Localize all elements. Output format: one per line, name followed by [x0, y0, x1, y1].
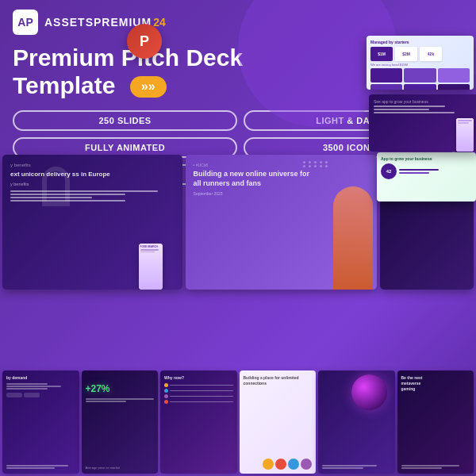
- ppt-icon: P: [127, 24, 162, 59]
- bottom-slide-6: Be the nextmetaversegaming: [397, 370, 474, 474]
- bs2-stat: +27%: [86, 383, 155, 394]
- tag1: [6, 393, 22, 397]
- d8: [314, 165, 317, 167]
- phone-in-slide: FOOD SEARCH: [139, 244, 163, 290]
- dot-red: [164, 400, 168, 404]
- unicorn-bars: [10, 190, 175, 202]
- bs1-bars-bottom: [6, 465, 75, 470]
- ibar4: [170, 401, 233, 403]
- stat-card-2: $2M: [395, 47, 417, 61]
- stat-row: 42: [381, 163, 472, 179]
- phone-mini: [456, 118, 474, 152]
- item1: [164, 383, 233, 387]
- ibar1: [170, 385, 233, 386]
- circle-red: [275, 459, 286, 470]
- slide-2-content: See app to grow your business: [369, 94, 476, 120]
- runner-title: Building a new online universe for all r…: [194, 170, 317, 188]
- line2: [374, 109, 429, 110]
- preview-slide-1: Managed by starters $1M $2M 42k We are r…: [367, 36, 474, 90]
- line3: [374, 112, 455, 113]
- bs3-title: Why now?: [164, 375, 233, 381]
- badge-arrows: »»: [141, 79, 155, 94]
- tag2: [24, 393, 40, 397]
- bb1: [6, 465, 68, 466]
- item2: [164, 389, 233, 393]
- arch-deco: [42, 167, 70, 206]
- stat-card-3: 42k: [420, 47, 442, 61]
- bs2-label: Average price on market: [86, 466, 121, 470]
- brand-logo: AP: [13, 10, 38, 35]
- phone-screen: FOOD SEARCH: [139, 244, 163, 290]
- bs1-tags: [6, 393, 75, 397]
- slide-3-content: App to grow your business 42: [377, 152, 476, 183]
- mini-stats: $1M $2M 42k: [370, 47, 470, 61]
- item4: [164, 400, 233, 404]
- circle-orange: [263, 459, 274, 470]
- bottom-slide-5: [318, 370, 395, 474]
- title-badge: »»: [130, 76, 167, 97]
- circle-blue: [288, 459, 299, 470]
- unicorn-eyebrow: y benefits: [10, 163, 175, 167]
- bs1-title: by demand: [6, 375, 75, 381]
- bs6-bars: [401, 465, 470, 470]
- badge-slides: 250 SLIDES: [13, 110, 237, 131]
- d7: [309, 165, 311, 167]
- bs1-bar1: [6, 383, 48, 385]
- bottom-slide-1: by demand: [2, 370, 79, 474]
- circle-purple: [301, 459, 312, 470]
- ppt-letter: P: [140, 33, 149, 50]
- item3: [164, 394, 233, 398]
- bar-container: [399, 169, 439, 174]
- d1: [303, 161, 305, 163]
- bottom-slide-2: +27% Average price on market: [82, 370, 159, 474]
- bb2: [322, 467, 363, 469]
- ibar3: [170, 396, 233, 397]
- bs4-title: Building a place for unlimited connectio…: [244, 375, 313, 386]
- d6: [303, 165, 305, 167]
- bs1-bar3: [6, 388, 48, 390]
- bs3-items: [164, 383, 233, 404]
- bb2: [6, 467, 55, 469]
- dot-blue: [164, 389, 168, 393]
- stat-27: +27%: [86, 383, 155, 394]
- sphere-container: [351, 374, 391, 414]
- bs2-bars: [86, 398, 155, 402]
- dot-orange: [164, 383, 168, 387]
- ibar2: [170, 390, 233, 392]
- preview-slide-2: See app to grow your business: [369, 94, 476, 152]
- title-line2: Template: [13, 72, 115, 98]
- main-container: AP ASSETSPREMIUM24 Premium Pitch Deck Te…: [0, 0, 476, 476]
- circle-stat: 42: [381, 163, 397, 179]
- bottom-row: by demand +27% Average price on market: [2, 370, 474, 474]
- bs5-text: [322, 465, 391, 470]
- d2: [309, 161, 311, 163]
- unicorn-subtitle: y benefits: [10, 182, 175, 187]
- line1: [374, 106, 445, 107]
- bb1: [322, 465, 377, 466]
- sphere: [351, 374, 387, 410]
- bb2: [401, 467, 443, 469]
- slide-content: Managed by starters $1M $2M 42k We are r…: [367, 36, 474, 90]
- bottom-slide-3: Why now?: [160, 370, 237, 474]
- bottom-slide-4: Building a place for unlimited connectio…: [240, 370, 317, 474]
- d3: [314, 161, 317, 163]
- bb1: [401, 465, 460, 466]
- bb1: [86, 398, 155, 400]
- unicorn-title: ext unicorn delivery ss in Europe: [10, 170, 175, 178]
- stat-card-1: $1M: [370, 47, 393, 61]
- dot-purple: [164, 394, 168, 398]
- color-circles: [263, 459, 312, 470]
- bs1-bar2: [6, 386, 61, 387]
- bb2: [86, 401, 127, 402]
- slide-unicorn: y benefits ext unicorn delivery ss in Eu…: [2, 155, 182, 290]
- preview-slide-3: App to grow your business 42: [377, 152, 476, 202]
- logo-letters: AP: [17, 16, 33, 29]
- preview-area: Managed by starters $1M $2M 42k We are r…: [321, 44, 476, 206]
- bs6-title: Be the nextmetaversegaming: [401, 375, 470, 392]
